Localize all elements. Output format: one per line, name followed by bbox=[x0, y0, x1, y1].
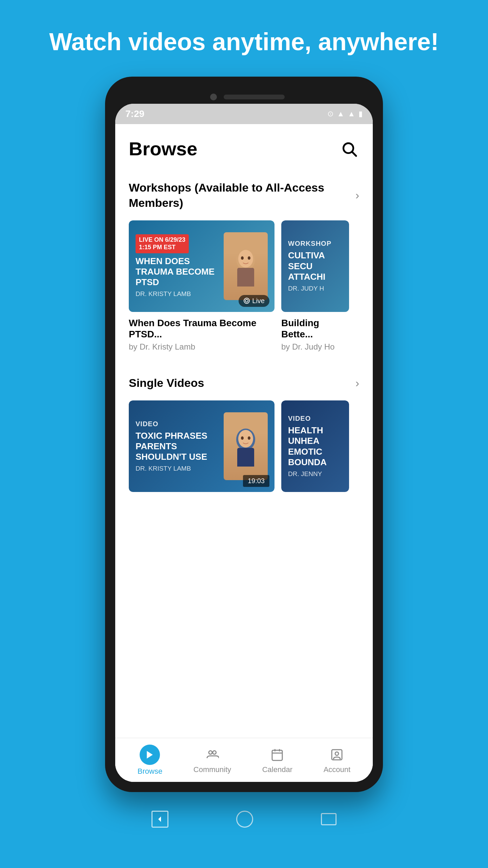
android-back-button[interactable] bbox=[151, 811, 168, 828]
phone-shell: 7:29 ⊙ ▲ ▲ ▮ Browse bbox=[105, 77, 383, 792]
card-toxic-title: TOXIC PHRASES PARENTS SHOULDN'T USE bbox=[136, 431, 224, 462]
status-icons: ⊙ ▲ ▲ ▮ bbox=[327, 110, 363, 118]
svg-point-22 bbox=[335, 752, 339, 755]
card-attachment-text: WORKSHOP CULTIVA SECU ATTACHI DR. JUDY H bbox=[288, 240, 342, 292]
workshops-cards-row: LIVE ON 6/29/231:15 PM EST WHEN DOES TRA… bbox=[115, 220, 373, 362]
status-battery-icon: ▮ bbox=[359, 110, 363, 118]
live-date-badge: LIVE ON 6/29/231:15 PM EST bbox=[136, 234, 189, 253]
status-location-icon: ⊙ bbox=[327, 110, 333, 118]
card-health-text: VIDEO HEALTH UNHEA EMOTIC BOUNDA DR. JEN… bbox=[288, 415, 342, 478]
svg-rect-10 bbox=[237, 448, 254, 467]
card-health-author: DR. JENNY bbox=[288, 470, 342, 478]
duration-badge: 19:03 bbox=[243, 475, 269, 487]
workshop-badge: WORKSHOP bbox=[288, 240, 342, 248]
card-toxic[interactable]: VIDEO TOXIC PHRASES PARENTS SHOULDN'T US… bbox=[129, 400, 274, 492]
card-toxic-author: DR. KRISTY LAMB bbox=[136, 465, 224, 472]
single-videos-title: Single Videos bbox=[129, 375, 352, 390]
status-bar: 7:29 ⊙ ▲ ▲ ▮ bbox=[115, 104, 373, 124]
main-scroll: Workshops (Available to All-Access Membe… bbox=[115, 166, 373, 738]
svg-point-7 bbox=[244, 298, 249, 303]
svg-point-4 bbox=[238, 250, 253, 268]
account-icon bbox=[328, 746, 345, 763]
calendar-icon bbox=[269, 746, 286, 763]
status-signal-icon: ▲ bbox=[348, 110, 355, 118]
svg-point-6 bbox=[248, 256, 250, 260]
card-health[interactable]: VIDEO HEALTH UNHEA EMOTIC BOUNDA DR. JEN… bbox=[281, 400, 349, 492]
card-ptsd-full-title: When Does Trauma Become PTSD... bbox=[129, 317, 274, 340]
card-attachment[interactable]: WORKSHOP CULTIVA SECU ATTACHI DR. JUDY H… bbox=[281, 220, 349, 352]
card-attachment-info: Building Bette... by Dr. Judy Ho bbox=[281, 312, 349, 352]
person-avatar-2 bbox=[224, 412, 268, 480]
phone-speaker bbox=[224, 95, 285, 99]
status-wifi-icon: ▲ bbox=[337, 110, 344, 118]
single-videos-arrow: › bbox=[355, 376, 359, 390]
card-ptsd[interactable]: LIVE ON 6/29/231:15 PM EST WHEN DOES TRA… bbox=[129, 220, 274, 352]
svg-rect-17 bbox=[272, 750, 282, 761]
nav-item-calendar[interactable]: Calendar bbox=[252, 743, 303, 777]
nav-item-browse[interactable]: Browse bbox=[127, 741, 172, 779]
video-badge-2: VIDEO bbox=[288, 415, 342, 422]
card-ptsd-info: When Does Trauma Become PTSD... by Dr. K… bbox=[129, 312, 274, 352]
person-avatar-1 bbox=[224, 232, 268, 300]
card-attachment-author: DR. JUDY H bbox=[288, 285, 342, 292]
svg-line-1 bbox=[352, 152, 356, 156]
nav-label-calendar: Calendar bbox=[262, 765, 292, 774]
card-ptsd-text: LIVE ON 6/29/231:15 PM EST WHEN DOES TRA… bbox=[136, 234, 224, 298]
workshops-section: Workshops (Available to All-Access Membe… bbox=[115, 166, 373, 220]
card-ptsd-full-author: by Dr. Kristy Lamb bbox=[129, 342, 274, 352]
nav-label-account: Account bbox=[324, 765, 351, 774]
card-toxic-thumb: VIDEO TOXIC PHRASES PARENTS SHOULDN'T US… bbox=[129, 400, 274, 492]
single-videos-header[interactable]: Single Videos › bbox=[129, 369, 359, 397]
phone-camera bbox=[210, 94, 217, 100]
nav-item-community[interactable]: Community bbox=[183, 743, 241, 777]
nav-label-browse: Browse bbox=[138, 767, 162, 776]
hero-tagline: Watch videos anytime, anywhere! bbox=[0, 0, 488, 77]
svg-rect-3 bbox=[237, 268, 254, 287]
card-health-title: HEALTH UNHEA EMOTIC BOUNDA bbox=[288, 425, 342, 468]
app-header: Browse bbox=[115, 124, 373, 166]
android-recents-button[interactable] bbox=[321, 813, 337, 825]
search-button[interactable] bbox=[339, 139, 359, 159]
card-attachment-full-title: Building Bette... bbox=[281, 317, 349, 340]
card-attachment-full-author: by Dr. Judy Ho bbox=[281, 342, 349, 352]
live-text: Live bbox=[252, 297, 265, 305]
workshops-arrow: › bbox=[355, 189, 359, 202]
svg-point-13 bbox=[248, 436, 250, 440]
community-icon bbox=[204, 746, 221, 763]
bottom-navigation: Browse Community bbox=[115, 738, 373, 782]
card-ptsd-title: WHEN DOES TRAUMA BECOME PTSD bbox=[136, 256, 224, 288]
svg-marker-14 bbox=[147, 751, 153, 759]
svg-point-16 bbox=[213, 751, 216, 754]
svg-point-11 bbox=[238, 430, 253, 448]
nav-item-account[interactable]: Account bbox=[313, 743, 361, 777]
video-badge-1: VIDEO bbox=[136, 420, 224, 428]
live-indicator: Live bbox=[239, 295, 269, 307]
phone-top-bar bbox=[115, 87, 373, 104]
card-ptsd-thumb: LIVE ON 6/29/231:15 PM EST WHEN DOES TRA… bbox=[129, 220, 274, 312]
card-toxic-face bbox=[224, 412, 268, 480]
svg-point-5 bbox=[241, 256, 244, 260]
svg-point-12 bbox=[241, 436, 244, 440]
card-ptsd-author: DR. KRISTY LAMB bbox=[136, 290, 224, 298]
card-attachment-title: CULTIVA SECU ATTACHI bbox=[288, 250, 342, 282]
page-title: Browse bbox=[129, 138, 197, 160]
svg-point-8 bbox=[245, 299, 248, 302]
status-time: 7:29 bbox=[125, 108, 144, 119]
svg-marker-23 bbox=[158, 816, 161, 822]
nav-label-community: Community bbox=[194, 765, 231, 774]
single-videos-section: Single Videos › bbox=[115, 362, 373, 400]
workshops-header[interactable]: Workshops (Available to All-Access Membe… bbox=[129, 173, 359, 217]
workshops-title: Workshops (Available to All-Access Membe… bbox=[129, 180, 352, 210]
card-attachment-thumb: WORKSHOP CULTIVA SECU ATTACHI DR. JUDY H bbox=[281, 220, 349, 312]
single-videos-cards-row: VIDEO TOXIC PHRASES PARENTS SHOULDN'T US… bbox=[115, 400, 373, 502]
card-health-thumb: VIDEO HEALTH UNHEA EMOTIC BOUNDA DR. JEN… bbox=[281, 400, 349, 492]
svg-point-15 bbox=[209, 751, 212, 754]
browse-icon bbox=[140, 745, 160, 765]
android-home-button[interactable] bbox=[236, 811, 253, 828]
card-toxic-text: VIDEO TOXIC PHRASES PARENTS SHOULDN'T US… bbox=[136, 420, 224, 473]
card-ptsd-face bbox=[224, 232, 268, 300]
